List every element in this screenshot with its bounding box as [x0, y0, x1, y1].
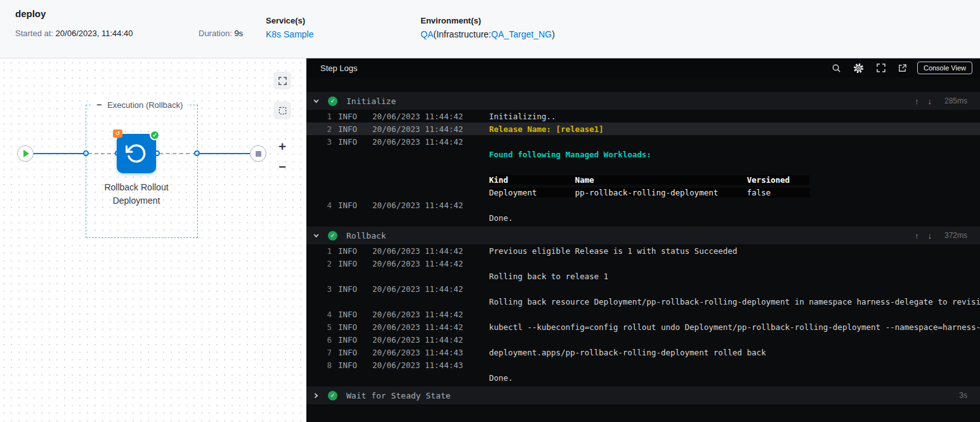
log-message: deployment.apps/pp-rollback-rolling-depl… — [489, 348, 766, 357]
chevron-icon[interactable] — [313, 98, 320, 105]
scroll-to-top-icon[interactable]: ↑ — [915, 231, 919, 241]
log-timestamp: 20/06/2023 11:44:42 — [372, 246, 467, 256]
log-line: 1 INFO 20/06/2023 11:44:42 Previous elig… — [306, 244, 980, 257]
execution-header: deploy Started at: 20/06/2023, 11:44:40 … — [0, 0, 980, 58]
log-line: 4 INFO 20/06/2023 11:44:42 — [306, 308, 980, 320]
step-node-label: Rollback Rollout Deployment — [86, 181, 187, 208]
log-section: ✓ Initialize ↑ ↓ 285ms 1 INFO 20/06/2023… — [306, 92, 980, 224]
external-link-icon — [898, 63, 907, 73]
environments-label: Environment(s) — [421, 16, 555, 25]
log-level: INFO — [338, 201, 365, 210]
success-badge-icon: ✓ — [150, 130, 160, 140]
log-scroll-area[interactable]: ✓ Initialize ↑ ↓ 285ms 1 INFO 20/06/2023… — [306, 77, 980, 422]
zoom-in-button[interactable]: + — [273, 139, 291, 154]
log-line: 3 INFO 20/06/2023 11:44:42 — [306, 282, 980, 295]
log-section-header[interactable]: ✓ Initialize ↑ ↓ 285ms — [306, 92, 980, 110]
edge-start-to-group — [34, 153, 86, 154]
log-timestamp: 20/06/2023 11:44:42 — [372, 137, 467, 147]
log-level: INFO — [338, 284, 365, 294]
log-timestamp: 20/06/2023 11:44:42 — [372, 259, 467, 268]
log-section: ✓ Rollback ↑ ↓ 372ms 1 INFO 20/06/2023 1… — [306, 227, 980, 384]
log-level: INFO — [338, 246, 365, 256]
log-line-number: 7 — [322, 348, 332, 357]
fullscreen-icon — [876, 63, 886, 73]
fit-to-screen-button[interactable] — [273, 72, 291, 89]
log-section: ✓ Wait for Steady State 3s — [306, 386, 980, 404]
log-timestamp: 20/06/2023 11:44:42 — [372, 322, 467, 332]
pipeline-title: deploy — [15, 8, 46, 19]
log-line-number: 4 — [322, 201, 332, 210]
log-line-number: 4 — [322, 310, 332, 319]
started-at-value: 20/06/2023, 11:44:40 — [56, 29, 133, 38]
duration-label: Duration: — [199, 29, 232, 38]
services-label: Service(s) — [266, 16, 313, 25]
log-line: Done. — [306, 371, 980, 384]
log-timestamp: 20/06/2023 11:44:42 — [372, 335, 467, 345]
open-in-new-tab-button[interactable] — [898, 63, 907, 73]
log-line: 4 INFO 20/06/2023 11:44:42 — [306, 199, 980, 211]
services-block: Service(s) K8s Sample — [266, 16, 313, 39]
collapse-group-icon[interactable]: − — [96, 99, 101, 110]
chevron-icon[interactable] — [313, 232, 320, 239]
log-message: Previous eligible Release is 1 with stat… — [489, 246, 737, 256]
section-lines: 1 INFO 20/06/2023 11:44:42 Initializing.… — [306, 110, 980, 224]
log-message: Deployment pp-rollback-rolling-deploymen… — [489, 188, 809, 197]
pipeline-canvas[interactable]: − Execution (Rollback) ↺ ✓ Rollback Roll… — [0, 59, 306, 422]
infrastructure-link[interactable]: QA_Target_NG — [491, 29, 552, 39]
log-message: kubectl --kubeconfig=config rollout undo… — [489, 322, 980, 332]
select-area-button[interactable] — [273, 102, 291, 119]
scroll-to-bottom-icon[interactable]: ↓ — [928, 231, 932, 241]
step-success-icon: ✓ — [328, 231, 337, 241]
marquee-select-icon — [278, 106, 287, 115]
console-title: Step Logs — [320, 63, 820, 73]
zoom-out-button[interactable]: − — [273, 159, 291, 175]
log-line-number: 1 — [322, 112, 332, 121]
log-line-number: 6 — [322, 335, 332, 345]
log-line-number: 2 — [322, 259, 332, 268]
log-line: 6 INFO 20/06/2023 11:44:42 — [306, 333, 980, 346]
execution-group-label: Execution (Rollback) — [107, 100, 183, 110]
console-header: Step Logs Console View — [306, 58, 980, 77]
stop-icon — [256, 151, 261, 157]
log-level: INFO — [338, 137, 365, 147]
log-timestamp: 20/06/2023 11:44:43 — [372, 360, 467, 370]
scroll-to-bottom-icon[interactable]: ↓ — [928, 96, 932, 106]
log-level: INFO — [338, 112, 365, 121]
step-success-icon: ✓ — [328, 391, 337, 400]
scroll-to-top-icon[interactable]: ↑ — [915, 96, 919, 106]
pipeline-start-node[interactable] — [17, 145, 34, 162]
fit-to-screen-icon — [278, 76, 287, 86]
log-timestamp: 20/06/2023 11:44:42 — [372, 112, 467, 121]
log-settings-button[interactable] — [853, 62, 865, 74]
log-line: 2 INFO 20/06/2023 11:44:42 — [306, 257, 980, 270]
service-link[interactable]: K8s Sample — [266, 29, 313, 39]
search-logs-button[interactable] — [832, 63, 841, 73]
started-at-label: Started at: — [15, 29, 53, 38]
log-line — [306, 161, 980, 173]
fullscreen-logs-button[interactable] — [876, 63, 886, 73]
log-level: INFO — [338, 259, 365, 268]
environment-link[interactable]: QA — [421, 29, 433, 39]
console-view-button[interactable]: Console View — [917, 62, 972, 74]
log-message: Found following Managed Workloads: — [489, 150, 651, 159]
log-level: INFO — [338, 124, 365, 134]
log-level: INFO — [338, 360, 365, 370]
section-lines: 1 INFO 20/06/2023 11:44:42 Previous elig… — [306, 244, 980, 384]
step-success-icon: ✓ — [328, 96, 337, 106]
log-timestamp: 20/06/2023 11:44:42 — [372, 284, 467, 294]
log-message: Done. — [489, 213, 513, 223]
log-message: Rolling back resource Deployment/pp-roll… — [489, 297, 980, 307]
log-timestamp: 20/06/2023 11:44:42 — [372, 124, 467, 134]
log-section-header[interactable]: ✓ Rollback ↑ ↓ 372ms — [306, 227, 980, 244]
pipeline-end-node[interactable] — [250, 145, 266, 162]
gear-icon — [853, 62, 865, 74]
log-line-number: 1 — [322, 246, 332, 256]
rollback-step-node[interactable]: ↺ ✓ — [117, 134, 156, 173]
log-section-header[interactable]: ✓ Wait for Steady State 3s — [306, 386, 980, 404]
step-logs-panel: Step Logs Console View — [306, 58, 980, 422]
started-at: Started at: 20/06/2023, 11:44:40 — [15, 29, 133, 38]
section-title: Wait for Steady State — [346, 391, 450, 400]
search-icon — [832, 63, 841, 73]
chevron-icon[interactable] — [313, 392, 320, 399]
log-line: Found following Managed Workloads: — [306, 148, 980, 161]
